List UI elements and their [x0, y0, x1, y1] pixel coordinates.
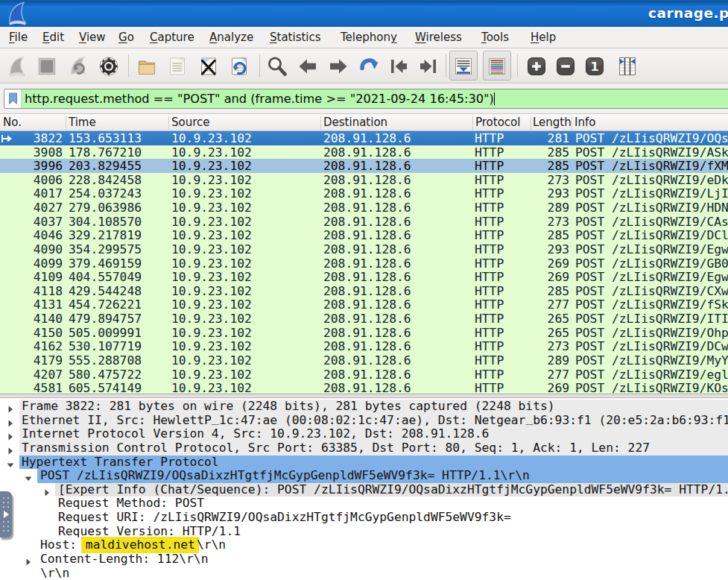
menu-view[interactable]: View: [79, 27, 106, 48]
menu-wireless[interactable]: Wireless: [415, 27, 462, 48]
go-first-icon: [388, 56, 409, 77]
normal-size-button[interactable]: 1: [583, 55, 606, 78]
packet-row-4006[interactable]: 4006228.84245810.9.23.102208.91.128.6HTT…: [0, 173, 728, 187]
detail-row[interactable]: Host: maldivehost.net\r\n: [0, 538, 728, 552]
detail-text: Request URI: /zLIisQRWZI9/OQsaDixzHTgtfj…: [58, 511, 511, 523]
cell-destination: 208.91.128.6: [323, 326, 411, 340]
packet-row-4179[interactable]: 4179555.28870810.9.23.102208.91.128.6HTT…: [0, 353, 728, 368]
menu-tools[interactable]: Tools: [481, 27, 509, 48]
capture-options-button[interactable]: [98, 55, 120, 78]
close-file-button[interactable]: [197, 55, 220, 78]
detail-row[interactable]: Ethernet II, Src: HewlettP_1c:47:ae (00:…: [0, 414, 728, 428]
column-separator[interactable]: [66, 116, 66, 130]
go-to-packet-button[interactable]: [358, 55, 380, 78]
menu-statistics[interactable]: Statistics: [270, 27, 321, 48]
packet-row-4109[interactable]: 4109404.55704910.9.23.102208.91.128.6HTT…: [0, 270, 728, 284]
display-filter-input[interactable]: http.request.method == "POST" and (frame…: [4, 89, 728, 109]
find-packet-button[interactable]: [266, 55, 288, 78]
stop-capture-button[interactable]: [36, 55, 58, 78]
detail-row[interactable]: Transmission Control Protocol, Src Port:…: [0, 441, 728, 456]
column-header-protocol[interactable]: Protocol: [475, 114, 520, 131]
colorize-button[interactable]: [486, 55, 508, 78]
column-header-time[interactable]: Time: [69, 114, 96, 131]
detail-row[interactable]: Frame 3822: 281 bytes on wire (2248 bits…: [0, 400, 728, 414]
detail-row[interactable]: Internet Protocol Version 4, Src: 10.9.2…: [0, 427, 728, 441]
zoom-in-button[interactable]: [525, 55, 548, 78]
packet-row-4090[interactable]: 4090354.29957510.9.23.102208.91.128.6HTT…: [0, 242, 728, 256]
packet-row-4581[interactable]: 4581605.57414910.9.23.102208.91.128.6HTT…: [0, 381, 728, 394]
detail-row[interactable]: Request URI: /zLIisQRWZI9/OQsaDixzHTgtfj…: [0, 511, 728, 525]
column-separator[interactable]: [472, 116, 473, 130]
column-separator[interactable]: [572, 116, 572, 130]
menu-capture[interactable]: Capture: [150, 27, 194, 48]
packet-row-4017[interactable]: 4017254.03724310.9.23.102208.91.128.6HTT…: [0, 186, 728, 201]
detail-row[interactable]: POST /zLIisQRWZI9/OQsaDixzHTgtfjMcGypGen…: [0, 469, 728, 483]
cell-source: 10.9.23.102: [171, 381, 252, 394]
packet-list-header[interactable]: No.TimeSourceDestinationProtocolLengthIn…: [0, 113, 728, 131]
detail-row[interactable]: \r\n: [0, 567, 728, 580]
filter-bookmark-button[interactable]: [4, 89, 22, 108]
cell-source: 10.9.23.102: [171, 173, 252, 187]
column-header-no[interactable]: No.: [3, 114, 22, 131]
cell-destination: 208.91.128.6: [323, 131, 411, 145]
menu-go[interactable]: Go: [118, 27, 134, 48]
packet-row-4118[interactable]: 4118429.54424810.9.23.102208.91.128.6HTT…: [0, 284, 728, 298]
resize-columns-button[interactable]: [616, 55, 639, 78]
column-header-source[interactable]: Source: [171, 114, 210, 131]
detail-row[interactable]: Content-Length: 112\r\n: [0, 552, 728, 567]
column-header-length[interactable]: Length: [533, 114, 572, 131]
packet-row-3908[interactable]: 3908178.76721010.9.23.102208.91.128.6HTT…: [0, 145, 728, 160]
column-separator[interactable]: [320, 116, 321, 130]
packet-row-4140[interactable]: 4140479.89475710.9.23.102208.91.128.6HTT…: [0, 312, 728, 326]
auto-scroll-icon: [453, 56, 474, 77]
cell-source: 10.9.23.102: [171, 228, 252, 242]
open-file-button[interactable]: [136, 55, 158, 78]
save-file-button[interactable]: [166, 55, 189, 78]
reload-file-button[interactable]: [228, 55, 250, 78]
detail-row[interactable]: Hypertext Transfer Protocol: [0, 456, 728, 470]
detail-text: Internet Protocol Version 4, Src: 10.9.2…: [22, 427, 489, 440]
cell-no: 4118: [13, 284, 63, 298]
packet-row-4150[interactable]: 4150505.00999110.9.23.102208.91.128.6HTT…: [0, 326, 728, 340]
go-back-icon: [297, 56, 318, 77]
go-back-button[interactable]: [297, 55, 319, 78]
detail-row[interactable]: [Expert Info (Chat/Sequence): POST /zLIi…: [0, 483, 728, 497]
packet-row-4162[interactable]: 4162530.10771910.9.23.102208.91.128.6HTT…: [0, 339, 728, 353]
packet-row-3822[interactable]: 3822153.65311310.9.23.102208.91.128.6HTT…: [0, 131, 728, 145]
packet-row-4099[interactable]: 4099379.46915910.9.23.102208.91.128.6HTT…: [0, 256, 728, 271]
cell-no: 4179: [13, 353, 63, 368]
auto-scroll-button[interactable]: [452, 55, 475, 78]
menu-telephony[interactable]: Telephony: [341, 27, 397, 48]
menu-bar: FileEditViewGoCaptureAnalyzeStatisticsTe…: [0, 27, 728, 48]
go-last-button[interactable]: [417, 55, 440, 78]
packet-row-4027[interactable]: 4027279.06398610.9.23.102208.91.128.6HTT…: [0, 201, 728, 215]
open-file-icon: [136, 56, 157, 77]
column-header-info[interactable]: Info: [575, 114, 595, 131]
bookmark-icon: [8, 92, 18, 105]
menu-analyze[interactable]: Analyze: [209, 27, 253, 48]
go-first-button[interactable]: [387, 55, 410, 78]
zoom-out-button[interactable]: [554, 55, 577, 78]
start-capture-button[interactable]: [6, 55, 28, 78]
packet-row-3996[interactable]: 3996203.82945510.9.23.102208.91.128.6HTT…: [0, 159, 728, 173]
column-separator[interactable]: [168, 116, 169, 130]
packet-details-pane: Frame 3822: 281 bytes on wire (2248 bits…: [0, 398, 728, 580]
packet-row-4207[interactable]: 4207580.47572210.9.23.102208.91.128.6HTT…: [0, 368, 728, 382]
go-forward-icon: [328, 56, 349, 77]
detail-row[interactable]: Request Method: POST: [0, 497, 728, 511]
cell-info: POST /zLIisQRWZI9/ITI: [575, 312, 728, 326]
cell-protocol: HTTP: [475, 270, 504, 284]
window-titlebar[interactable]: carnage.p: [0, 0, 728, 27]
text-cursor: [494, 92, 495, 105]
column-header-destination[interactable]: Destination: [323, 114, 387, 131]
packet-row-4131[interactable]: 4131454.72622110.9.23.102208.91.128.6HTT…: [0, 297, 728, 312]
stop-capture-icon: [37, 56, 57, 77]
column-separator[interactable]: [531, 116, 531, 130]
menu-file[interactable]: File: [9, 27, 28, 48]
menu-help[interactable]: Help: [531, 27, 556, 48]
restart-capture-button[interactable]: [67, 55, 89, 78]
packet-row-4037[interactable]: 4037304.10857010.9.23.102208.91.128.6HTT…: [0, 215, 728, 229]
menu-edit[interactable]: Edit: [42, 27, 64, 48]
go-forward-button[interactable]: [327, 55, 349, 78]
packet-row-4046[interactable]: 4046329.21781910.9.23.102208.91.128.6HTT…: [0, 228, 728, 242]
